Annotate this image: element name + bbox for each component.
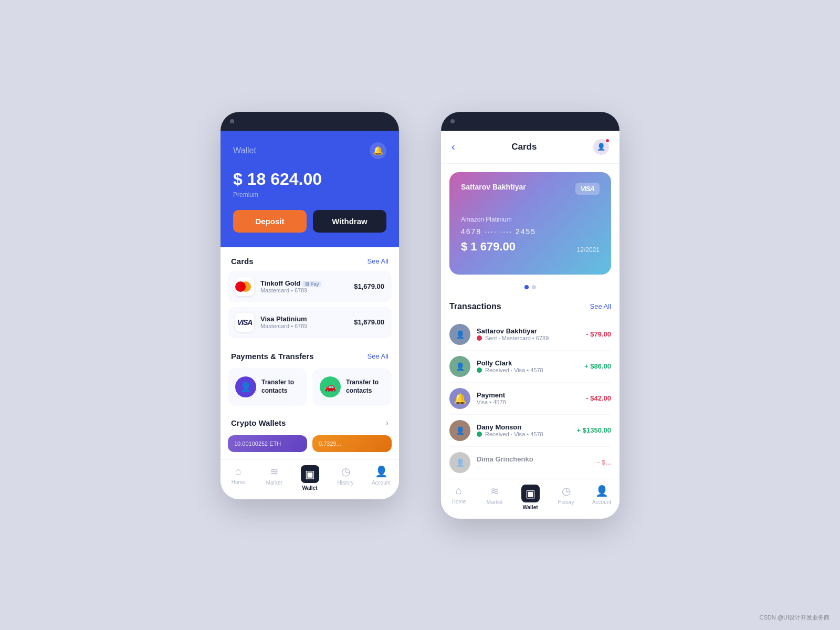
watermark: CSDN @UI设计开发业务商 [760,614,830,622]
tx-avatar-payment: 🔔 [449,388,470,409]
card-bottom: $ 1 679.00 12/2021 [461,240,600,254]
left-phone: Wallet 🔔 $ 18 624.00 Premium Deposit Wit… [220,112,399,499]
right-nav-account-label: Account [592,499,611,505]
right-account-icon: 👤 [595,485,608,497]
right-wallet-icon: ▣ [521,485,540,502]
tx-avatar-dany: 👤 [449,420,470,441]
notif-dot [605,138,610,143]
page-wrapper: Wallet 🔔 $ 18 624.00 Premium Deposit Wit… [200,80,640,550]
card-info-tinkoff: Tinkoff Gold ⊞ Pay Mastercard • 6789 [260,279,321,293]
card-number: 4678 ···· ···· 2455 [461,227,600,236]
nav-home[interactable]: ⌂ Home [220,465,256,491]
tx-name-dima: Dima Grinchenko [477,455,597,463]
payment-item-1[interactable]: 🚗 Transfer to contacts [312,368,392,406]
tx-name-payment: Payment [477,391,586,399]
card-dots [441,280,620,295]
right-nav-history[interactable]: ◷ History [548,485,584,510]
tx-polly[interactable]: 👤 Polly Clark Received · Visa • 4578 + $… [449,351,611,383]
right-statusbar [441,112,620,131]
payments-section: Payments & Transfers See All 👤 Transfer … [220,342,399,413]
cards-page-title: Cards [511,142,537,152]
back-button[interactable]: ‹ [452,141,455,153]
cards-see-all[interactable]: See All [368,257,388,265]
card-type: Amazon Platinium [461,216,600,223]
right-nav-account[interactable]: 👤 Account [584,485,620,510]
notification-avatar[interactable]: 👤 [593,139,609,155]
card-brand-badge: VISA [575,183,600,195]
crypto-item-1[interactable]: 0.7329... [312,435,392,452]
transactions-section: Transactions See All 👤 Sattarov Bakhtiya… [441,295,620,479]
tx-avatar-sattarov: 👤 [449,324,470,345]
tx-sub-text-dima: ... [477,463,481,469]
right-nav-home[interactable]: ⌂ Home [441,485,477,510]
tx-dima[interactable]: 👤 Dima Grinchenko ... - $... [449,447,611,479]
crypto-header: Crypto Wallets › [220,413,399,433]
transactions-see-all[interactable]: See All [590,302,611,310]
wallet-icon: ▣ [301,465,319,483]
nav-wallet-active[interactable]: ▣ Wallet [292,465,328,491]
tx-sub-polly: Received · Visa • 4578 [477,367,584,373]
tx-dany[interactable]: 👤 Dany Monson Received · Visa • 4578 + $… [449,415,611,447]
tx-sub-text-sattarov: Sent · Mastercard • 6789 [485,335,549,341]
right-nav-home-label: Home [452,499,466,505]
wallet-actions: Deposit Withdraw [233,210,386,233]
tx-amount-polly: + $86.00 [584,362,611,370]
nav-home-label: Home [232,479,246,485]
deposit-button[interactable]: Deposit [233,210,307,233]
credit-card-section: Sattarov Bakhtiyar VISA Amazon Platinium… [441,164,620,280]
card-item-visa[interactable]: VISA Visa Platinium Mastercard • 6789 $1… [228,307,392,338]
card-name-tinkoff: Tinkoff Gold ⊞ Pay [260,279,321,287]
withdraw-button[interactable]: Withdraw [313,210,386,233]
notification-icon[interactable]: 🔔 [370,142,386,159]
card-name-row: Sattarov Bakhtiyar VISA [461,183,600,195]
crypto-arrow-icon[interactable]: › [386,418,388,428]
right-nav-wallet-label: Wallet [522,505,538,510]
right-nav-history-label: History [558,499,574,505]
wallet-balance: $ 18 624.00 [233,170,386,189]
left-bottom-nav: ⌂ Home ≋ Market ▣ Wallet ◷ History 👤 Acc… [220,459,399,499]
right-status-dot [450,119,455,123]
card-item-tinkoff[interactable]: Tinkoff Gold ⊞ Pay Mastercard • 6789 $1,… [228,271,392,302]
nav-market[interactable]: ≋ Market [256,465,292,491]
payment-item-0[interactable]: 👤 Transfer to contacts [228,368,307,406]
tx-received-dany-icon [477,432,482,437]
nav-account[interactable]: 👤 Account [363,465,399,491]
card-sub-tinkoff: Mastercard • 6789 [260,287,321,293]
card-holder-name: Sattarov Bakhtiyar [461,183,526,191]
left-statusbar [220,112,399,131]
tx-sub-text-polly: Received · Visa • 4578 [485,367,543,373]
right-nav-market[interactable]: ≋ Market [477,485,512,510]
market-icon: ≋ [270,465,279,478]
nav-account-label: Account [372,480,391,486]
crypto-item-0[interactable]: 10.00100252 ETH [228,435,307,452]
account-icon: 👤 [375,465,388,478]
tx-info-polly: Polly Clark Received · Visa • 4578 [477,359,584,373]
nav-history[interactable]: ◷ History [328,465,363,491]
card-item-left: Tinkoff Gold ⊞ Pay Mastercard • 6789 [235,277,321,296]
right-nav-wallet-active[interactable]: ▣ Wallet [512,485,548,510]
credit-card[interactable]: Sattarov Bakhtiyar VISA Amazon Platinium… [449,172,611,275]
crypto-amount-1: 0.7329... [319,440,385,447]
tx-amount-payment: - $42.00 [586,394,611,402]
tx-sub-dima: ... [477,463,597,469]
tx-sattarov[interactable]: 👤 Sattarov Bakhtiyar Sent · Mastercard •… [449,319,611,351]
right-history-icon: ◷ [562,485,571,497]
card-amount-tinkoff: $1,679.00 [354,282,384,290]
nav-market-label: Market [266,480,282,486]
tx-payment[interactable]: 🔔 Payment Visa • 4578 - $42.00 [449,383,611,415]
payments-title: Payments & Transfers [231,352,314,361]
tx-info-dima: Dima Grinchenko ... [477,455,597,469]
tx-name-polly: Polly Clark [477,359,584,367]
card-expiry: 12/2021 [577,246,600,254]
dot-1[interactable] [532,285,536,289]
wallet-title: Wallet [233,146,256,155]
crypto-title: Crypto Wallets [231,418,286,427]
card-name-visa: Visa Platinium [260,315,307,323]
tx-sub-payment: Visa • 4578 [477,399,586,405]
transfer-car-icon: 🚗 [320,376,341,397]
tx-sub-text-dany: Received · Visa • 4578 [485,431,543,437]
payments-see-all[interactable]: See All [368,352,388,360]
nav-history-label: History [337,480,353,486]
right-market-icon: ≋ [490,485,499,497]
dot-0[interactable] [524,285,529,289]
